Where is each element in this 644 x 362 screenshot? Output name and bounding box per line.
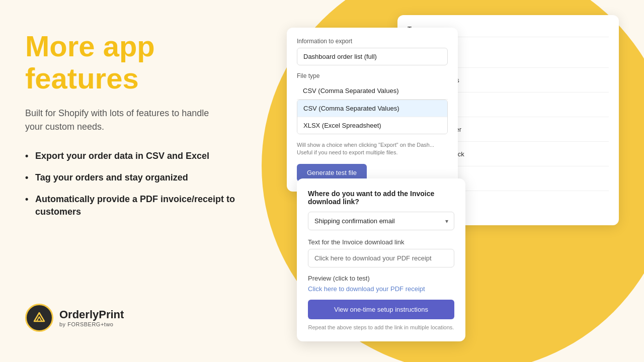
- feature-item-2: Tag your orders and stay organized: [25, 171, 257, 184]
- feature-item-1: Export your order data in CSV and Excel: [25, 150, 257, 162]
- info-value: Dashboard order list (full): [297, 48, 448, 65]
- file-type-dropdown: CSV (Comma Separated Values) XLSX (Excel…: [297, 100, 448, 134]
- dropdown-option-csv[interactable]: CSV (Comma Separated Values): [297, 100, 447, 117]
- logo-icon: [25, 304, 53, 332]
- repeat-note: Repeat the above steps to add the link i…: [308, 324, 454, 330]
- left-panel: More app features Built for Shopify with…: [0, 0, 282, 362]
- subtitle: Built for Shopify with lots of features …: [25, 107, 226, 134]
- invoice-question: Where do you want to add the Invoice dow…: [308, 190, 454, 206]
- invoice-location-select[interactable]: Shipping confirmation email: [308, 212, 454, 230]
- logo-sub: by FORSBERG+two: [59, 321, 124, 327]
- file-type-label: File type: [297, 72, 448, 79]
- main-title: More app features: [25, 30, 257, 95]
- preview-label: Preview (click to test): [308, 275, 454, 282]
- setup-instructions-button[interactable]: View one-time setup instructions: [308, 300, 454, 319]
- export-card: Information to export Dashboard order li…: [287, 28, 458, 192]
- text-field-label: Text for the Invoice download link: [308, 238, 454, 246]
- invoice-text-input[interactable]: [308, 249, 454, 267]
- export-note: Will show a choice when clicking "Export…: [297, 141, 448, 157]
- preview-link[interactable]: Click here to download your PDF receipt: [308, 285, 454, 293]
- logo-name: OrderlyPrint: [59, 308, 124, 321]
- logo-text: OrderlyPrint by FORSBERG+two: [59, 308, 124, 327]
- features-list: Export your order data in CSV and Excel …: [25, 150, 257, 219]
- invoice-select-wrapper: Shipping confirmation email ▾: [308, 212, 454, 230]
- dropdown-option-xlsx[interactable]: XLSX (Excel Spreadsheet): [297, 117, 447, 134]
- file-type-value[interactable]: CSV (Comma Separated Values): [297, 82, 448, 100]
- right-panel: Information to export Dashboard order li…: [272, 0, 644, 362]
- info-label: Information to export: [297, 38, 448, 45]
- invoice-card: Where do you want to add the Invoice dow…: [297, 178, 465, 341]
- feature-item-3: Automatically provide a PDF invoice/rece…: [25, 193, 257, 218]
- logo-area: OrderlyPrint by FORSBERG+two: [25, 304, 257, 332]
